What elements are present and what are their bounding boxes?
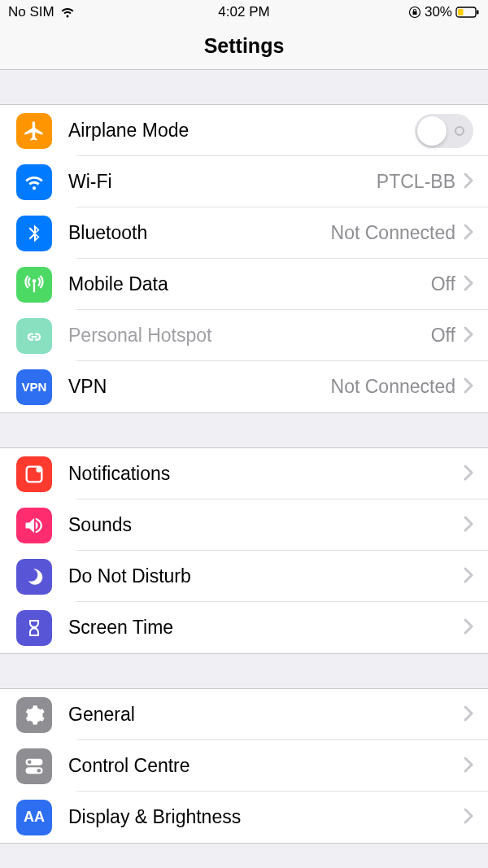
orientation-lock-icon: [408, 6, 421, 19]
status-left: No SIM: [8, 4, 165, 20]
chevron-right-icon: [464, 377, 473, 397]
bluetooth-label: Bluetooth: [68, 222, 331, 244]
hotspot-value: Off: [431, 325, 455, 347]
settings-group-system: General Control Centre AA Display & Brig…: [0, 688, 488, 844]
section-gap: [0, 654, 488, 688]
row-control-centre[interactable]: Control Centre: [0, 740, 488, 792]
row-display-brightness[interactable]: AA Display & Brightness: [0, 792, 488, 843]
chevron-right-icon: [464, 757, 473, 776]
row-general[interactable]: General: [0, 689, 488, 740]
chevron-right-icon: [464, 326, 473, 346]
mobiledata-label: Mobile Data: [68, 273, 431, 295]
wifi-icon: [16, 164, 52, 200]
chevron-right-icon: [464, 224, 473, 243]
settings-group-connectivity: Airplane Mode Wi-Fi PTCL-BB Bluetooth No…: [0, 104, 488, 413]
section-gap: [0, 413, 488, 447]
screentime-label: Screen Time: [68, 617, 464, 639]
wifi-label: Wi-Fi: [68, 171, 377, 193]
carrier-label: No SIM: [8, 4, 54, 20]
display-icon-text: AA: [24, 809, 45, 826]
wifi-value: PTCL-BB: [377, 171, 455, 193]
row-airplane-mode[interactable]: Airplane Mode: [0, 105, 488, 156]
antenna-icon: [16, 267, 52, 303]
row-vpn[interactable]: VPN VPN Not Connected: [0, 361, 488, 412]
airplane-label: Airplane Mode: [68, 120, 415, 142]
svg-point-5: [36, 466, 41, 472]
page-title: Settings: [0, 34, 488, 58]
row-wifi[interactable]: Wi-Fi PTCL-BB: [0, 156, 488, 207]
row-personal-hotspot[interactable]: Personal Hotspot Off: [0, 310, 488, 361]
chevron-right-icon: [464, 567, 473, 587]
gear-icon: [16, 697, 52, 733]
chevron-right-icon: [464, 465, 473, 484]
status-bar: No SIM 4:02 PM 30%: [0, 0, 488, 24]
row-bluetooth[interactable]: Bluetooth Not Connected: [0, 207, 488, 259]
svg-rect-3: [477, 11, 479, 15]
vpn-icon-text: VPN: [22, 380, 47, 394]
chevron-right-icon: [464, 516, 473, 535]
sounds-icon: [16, 508, 52, 543]
toggles-icon: [16, 748, 52, 784]
chevron-right-icon: [464, 618, 473, 638]
header: Settings: [0, 24, 488, 70]
bluetooth-value: Not Connected: [331, 222, 455, 244]
row-notifications[interactable]: Notifications: [0, 448, 488, 499]
row-mobile-data[interactable]: Mobile Data Off: [0, 259, 488, 310]
status-right: 30%: [323, 4, 480, 20]
chevron-right-icon: [464, 172, 473, 192]
wifi-status-icon: [59, 7, 76, 18]
settings-group-alerts: Notifications Sounds Do Not Disturb Scre…: [0, 447, 488, 654]
row-sounds[interactable]: Sounds: [0, 499, 488, 551]
row-do-not-disturb[interactable]: Do Not Disturb: [0, 551, 488, 602]
row-screen-time[interactable]: Screen Time: [0, 602, 488, 653]
svg-rect-2: [458, 9, 464, 15]
hotspot-icon: [16, 318, 52, 354]
notifications-icon: [16, 456, 52, 492]
vpn-label: VPN: [68, 376, 331, 398]
hotspot-label: Personal Hotspot: [68, 325, 431, 347]
status-time: 4:02 PM: [165, 4, 322, 20]
dnd-label: Do Not Disturb: [68, 565, 464, 587]
hourglass-icon: [16, 610, 52, 646]
general-label: General: [68, 704, 464, 726]
chevron-right-icon: [464, 808, 473, 827]
airplane-toggle[interactable]: [415, 114, 473, 148]
display-label: Display & Brightness: [68, 806, 464, 828]
battery-percent: 30%: [425, 4, 452, 20]
chevron-right-icon: [464, 275, 473, 294]
sounds-label: Sounds: [68, 514, 464, 536]
display-icon: AA: [16, 800, 52, 835]
svg-point-9: [37, 768, 41, 772]
mobiledata-value: Off: [431, 273, 455, 295]
notifications-label: Notifications: [68, 463, 464, 485]
chevron-right-icon: [464, 705, 473, 725]
moon-icon: [16, 559, 52, 595]
airplane-icon: [16, 113, 52, 149]
section-gap: [0, 70, 488, 104]
svg-point-7: [28, 760, 32, 764]
bluetooth-icon: [16, 216, 52, 251]
vpn-value: Not Connected: [331, 376, 455, 398]
vpn-icon: VPN: [16, 369, 52, 405]
controlcentre-label: Control Centre: [68, 755, 464, 777]
battery-icon: [455, 7, 480, 18]
